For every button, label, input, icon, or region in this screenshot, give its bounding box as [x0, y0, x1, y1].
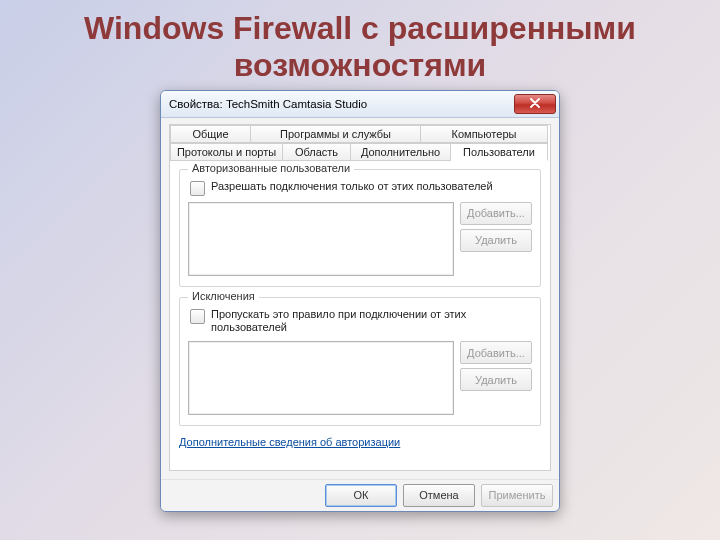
- group-title-exceptions: Исключения: [188, 290, 259, 302]
- checkbox-skip-rule[interactable]: [190, 309, 205, 324]
- tab-scope[interactable]: Область: [283, 143, 351, 161]
- tab-computers[interactable]: Компьютеры: [421, 125, 548, 143]
- help-link-authorization[interactable]: Дополнительные сведения об авторизации: [179, 436, 400, 448]
- group-authorized-users: Авторизованные пользователи Разрешать по…: [179, 169, 541, 287]
- tab-users[interactable]: Пользователи: [451, 143, 548, 161]
- checkbox-allow-label: Разрешать подключения только от этих пол…: [211, 180, 493, 194]
- tabstrip: Общие Программы и службы Компьютеры Прот…: [169, 124, 551, 161]
- group-title-authorized: Авторизованные пользователи: [188, 162, 354, 174]
- apply-button[interactable]: Применить: [481, 484, 553, 507]
- remove-exception-button[interactable]: Удалить: [460, 368, 532, 391]
- tab-users-content: Авторизованные пользователи Разрешать по…: [169, 161, 551, 471]
- tab-protocols-ports[interactable]: Протоколы и порты: [170, 143, 283, 161]
- listbox-exception-users[interactable]: [188, 341, 454, 415]
- tab-programs-services[interactable]: Программы и службы: [251, 125, 421, 143]
- dialog-button-row: ОК Отмена Применить: [161, 479, 559, 511]
- slide-title: Windows Firewall с расширенными возможно…: [20, 10, 700, 84]
- listbox-authorized-users[interactable]: [188, 202, 454, 276]
- add-exception-button[interactable]: Добавить...: [460, 341, 532, 364]
- ok-button[interactable]: ОК: [325, 484, 397, 507]
- checkbox-allow-only-these-users[interactable]: [190, 181, 205, 196]
- properties-dialog: Свойства: TechSmith Camtasia Studio Общи…: [160, 90, 560, 512]
- close-button[interactable]: [514, 94, 556, 114]
- close-icon: [530, 98, 540, 110]
- tab-general[interactable]: Общие: [170, 125, 251, 143]
- dialog-body: Общие Программы и службы Компьютеры Прот…: [161, 118, 559, 479]
- tab-advanced[interactable]: Дополнительно: [351, 143, 451, 161]
- dialog-title: Свойства: TechSmith Camtasia Studio: [169, 98, 367, 110]
- titlebar[interactable]: Свойства: TechSmith Camtasia Studio: [161, 91, 559, 118]
- remove-authorized-button[interactable]: Удалить: [460, 229, 532, 252]
- cancel-button[interactable]: Отмена: [403, 484, 475, 507]
- checkbox-skip-label: Пропускать это правило при подключении о…: [211, 308, 532, 336]
- group-exceptions: Исключения Пропускать это правило при по…: [179, 297, 541, 427]
- add-authorized-button[interactable]: Добавить...: [460, 202, 532, 225]
